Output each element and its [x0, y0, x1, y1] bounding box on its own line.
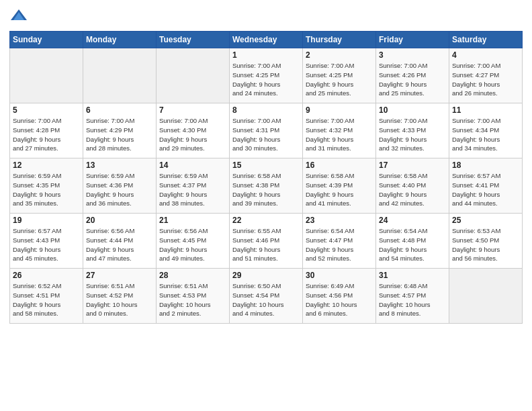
- day-number: 6: [86, 105, 153, 115]
- calendar-cell: 17Sunrise: 6:58 AMSunset: 4:40 PMDayligh…: [376, 158, 449, 214]
- calendar-cell: 30Sunrise: 6:49 AMSunset: 4:56 PMDayligh…: [303, 269, 376, 324]
- day-info: Sunrise: 7:00 AMSunset: 4:34 PMDaylight:…: [452, 116, 519, 153]
- day-info: Sunrise: 7:00 AMSunset: 4:25 PMDaylight:…: [306, 61, 373, 98]
- day-info: Sunrise: 7:00 AMSunset: 4:33 PMDaylight:…: [379, 116, 446, 153]
- day-info: Sunrise: 6:59 AMSunset: 4:35 PMDaylight:…: [13, 171, 80, 208]
- day-number: 7: [159, 105, 226, 115]
- day-number: 3: [379, 50, 446, 60]
- calendar-cell: 24Sunrise: 6:54 AMSunset: 4:48 PMDayligh…: [376, 214, 449, 269]
- calendar-cell: 22Sunrise: 6:55 AMSunset: 4:46 PMDayligh…: [230, 214, 303, 269]
- calendar-cell: 7Sunrise: 7:00 AMSunset: 4:30 PMDaylight…: [157, 103, 230, 158]
- day-number: 29: [232, 271, 300, 280]
- day-info: Sunrise: 6:54 AMSunset: 4:47 PMDaylight:…: [306, 226, 373, 263]
- day-number: 19: [13, 216, 80, 225]
- day-number: 23: [306, 216, 373, 225]
- calendar-table: SundayMondayTuesdayWednesdayThursdayFrid…: [9, 31, 523, 324]
- week-row-0: 1Sunrise: 7:00 AMSunset: 4:25 PMDaylight…: [10, 48, 523, 103]
- day-info: Sunrise: 7:00 AMSunset: 4:25 PMDaylight:…: [232, 61, 300, 98]
- logo-icon: [9, 7, 28, 26]
- calendar-cell: 27Sunrise: 6:51 AMSunset: 4:52 PMDayligh…: [83, 269, 157, 324]
- day-info: Sunrise: 7:00 AMSunset: 4:32 PMDaylight:…: [306, 116, 373, 153]
- day-number: 24: [379, 216, 446, 225]
- week-row-3: 19Sunrise: 6:57 AMSunset: 4:43 PMDayligh…: [10, 214, 523, 269]
- calendar-cell: [83, 48, 157, 103]
- day-number: 9: [306, 105, 373, 115]
- calendar-cell: [10, 48, 83, 103]
- day-number: 22: [232, 216, 300, 225]
- calendar-cell: 9Sunrise: 7:00 AMSunset: 4:32 PMDaylight…: [303, 103, 376, 158]
- calendar-cell: 21Sunrise: 6:56 AMSunset: 4:45 PMDayligh…: [157, 214, 230, 269]
- day-info: Sunrise: 6:58 AMSunset: 4:38 PMDaylight:…: [232, 171, 300, 208]
- calendar-cell: 25Sunrise: 6:53 AMSunset: 4:50 PMDayligh…: [449, 214, 523, 269]
- day-info: Sunrise: 6:56 AMSunset: 4:44 PMDaylight:…: [86, 226, 153, 263]
- calendar-cell: 2Sunrise: 7:00 AMSunset: 4:25 PMDaylight…: [303, 48, 376, 103]
- day-info: Sunrise: 7:00 AMSunset: 4:31 PMDaylight:…: [232, 116, 300, 153]
- weekday-header-tuesday: Tuesday: [157, 32, 230, 48]
- week-row-1: 5Sunrise: 7:00 AMSunset: 4:28 PMDaylight…: [10, 103, 523, 158]
- day-number: 15: [232, 161, 300, 170]
- day-number: 25: [452, 216, 519, 225]
- day-info: Sunrise: 6:51 AMSunset: 4:52 PMDaylight:…: [86, 281, 153, 318]
- day-number: 18: [452, 161, 519, 170]
- day-number: 5: [13, 105, 80, 115]
- day-info: Sunrise: 7:00 AMSunset: 4:27 PMDaylight:…: [452, 61, 519, 98]
- calendar-cell: 13Sunrise: 6:59 AMSunset: 4:36 PMDayligh…: [83, 158, 157, 214]
- week-row-2: 12Sunrise: 6:59 AMSunset: 4:35 PMDayligh…: [10, 158, 523, 214]
- day-info: Sunrise: 6:51 AMSunset: 4:53 PMDaylight:…: [159, 281, 226, 318]
- day-info: Sunrise: 6:49 AMSunset: 4:56 PMDaylight:…: [306, 281, 373, 318]
- day-info: Sunrise: 6:57 AMSunset: 4:43 PMDaylight:…: [13, 226, 80, 263]
- calendar-cell: 16Sunrise: 6:58 AMSunset: 4:39 PMDayligh…: [303, 158, 376, 214]
- calendar-cell: 14Sunrise: 6:59 AMSunset: 4:37 PMDayligh…: [157, 158, 230, 214]
- calendar-cell: 23Sunrise: 6:54 AMSunset: 4:47 PMDayligh…: [303, 214, 376, 269]
- weekday-header-sunday: Sunday: [10, 32, 83, 48]
- day-number: 27: [86, 271, 153, 280]
- day-number: 1: [232, 50, 300, 60]
- calendar-page: SundayMondayTuesdayWednesdayThursdayFrid…: [0, 0, 532, 411]
- weekday-header-monday: Monday: [83, 32, 157, 48]
- day-info: Sunrise: 6:58 AMSunset: 4:39 PMDaylight:…: [306, 171, 373, 208]
- calendar-cell: 31Sunrise: 6:48 AMSunset: 4:57 PMDayligh…: [376, 269, 449, 324]
- day-info: Sunrise: 6:56 AMSunset: 4:45 PMDaylight:…: [159, 226, 226, 263]
- calendar-cell: 10Sunrise: 7:00 AMSunset: 4:33 PMDayligh…: [376, 103, 449, 158]
- day-number: 13: [86, 161, 153, 170]
- logo: [9, 7, 31, 26]
- day-number: 20: [86, 216, 153, 225]
- day-number: 21: [159, 216, 226, 225]
- day-info: Sunrise: 6:55 AMSunset: 4:46 PMDaylight:…: [232, 226, 300, 263]
- weekday-header-wednesday: Wednesday: [230, 32, 303, 48]
- day-info: Sunrise: 7:00 AMSunset: 4:29 PMDaylight:…: [86, 116, 153, 153]
- calendar-cell: 11Sunrise: 7:00 AMSunset: 4:34 PMDayligh…: [449, 103, 523, 158]
- weekday-header-row: SundayMondayTuesdayWednesdayThursdayFrid…: [10, 32, 523, 48]
- day-info: Sunrise: 6:50 AMSunset: 4:54 PMDaylight:…: [232, 281, 300, 318]
- day-info: Sunrise: 7:00 AMSunset: 4:30 PMDaylight:…: [159, 116, 226, 153]
- calendar-cell: 19Sunrise: 6:57 AMSunset: 4:43 PMDayligh…: [10, 214, 83, 269]
- day-info: Sunrise: 6:59 AMSunset: 4:36 PMDaylight:…: [86, 171, 153, 208]
- calendar-cell: 3Sunrise: 7:00 AMSunset: 4:26 PMDaylight…: [376, 48, 449, 103]
- calendar-cell: 12Sunrise: 6:59 AMSunset: 4:35 PMDayligh…: [10, 158, 83, 214]
- day-number: 4: [452, 50, 519, 60]
- calendar-cell: 8Sunrise: 7:00 AMSunset: 4:31 PMDaylight…: [230, 103, 303, 158]
- calendar-cell: 15Sunrise: 6:58 AMSunset: 4:38 PMDayligh…: [230, 158, 303, 214]
- calendar-cell: 5Sunrise: 7:00 AMSunset: 4:28 PMDaylight…: [10, 103, 83, 158]
- calendar-cell: 4Sunrise: 7:00 AMSunset: 4:27 PMDaylight…: [449, 48, 523, 103]
- weekday-header-saturday: Saturday: [449, 32, 523, 48]
- day-info: Sunrise: 7:00 AMSunset: 4:26 PMDaylight:…: [379, 61, 446, 98]
- day-number: 30: [306, 271, 373, 280]
- day-info: Sunrise: 6:58 AMSunset: 4:40 PMDaylight:…: [379, 171, 446, 208]
- calendar-cell: 29Sunrise: 6:50 AMSunset: 4:54 PMDayligh…: [230, 269, 303, 324]
- day-info: Sunrise: 6:57 AMSunset: 4:41 PMDaylight:…: [452, 171, 519, 208]
- day-number: 16: [306, 161, 373, 170]
- day-number: 2: [306, 50, 373, 60]
- day-number: 31: [379, 271, 446, 280]
- calendar-cell: 1Sunrise: 7:00 AMSunset: 4:25 PMDaylight…: [230, 48, 303, 103]
- calendar-cell: [157, 48, 230, 103]
- day-info: Sunrise: 6:53 AMSunset: 4:50 PMDaylight:…: [452, 226, 519, 263]
- day-number: 10: [379, 105, 446, 115]
- calendar-cell: 28Sunrise: 6:51 AMSunset: 4:53 PMDayligh…: [157, 269, 230, 324]
- calendar-cell: [449, 269, 523, 324]
- day-number: 17: [379, 161, 446, 170]
- day-number: 28: [159, 271, 226, 280]
- day-number: 14: [159, 161, 226, 170]
- day-info: Sunrise: 6:54 AMSunset: 4:48 PMDaylight:…: [379, 226, 446, 263]
- calendar-cell: 20Sunrise: 6:56 AMSunset: 4:44 PMDayligh…: [83, 214, 157, 269]
